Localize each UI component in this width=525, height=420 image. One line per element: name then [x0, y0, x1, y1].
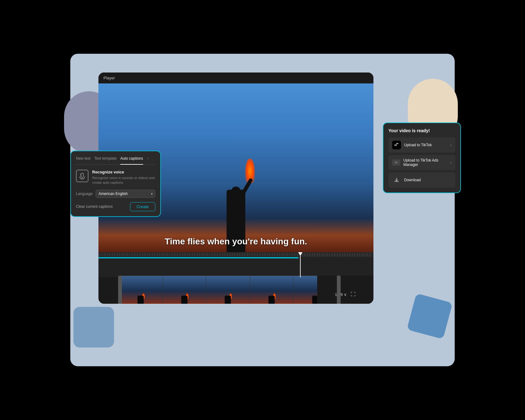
tiktok-icon — [392, 141, 401, 149]
timeline-ruler — [98, 252, 373, 257]
upload-tiktok-ads-left: TT Upload to TikTok Ads Manager — [392, 158, 450, 167]
svg-line-3 — [80, 176, 81, 176]
thumb-person-4 — [268, 296, 275, 304]
thumbnails-strip — [119, 276, 338, 304]
strip-handle-right[interactable]: ⋮ — [337, 276, 341, 304]
tiktok-ads-icon: TT — [392, 159, 400, 166]
svg-line-2 — [80, 174, 81, 174]
upload-tiktok-option[interactable]: Upload to TikTok › — [388, 138, 455, 152]
timeline-progress — [98, 257, 298, 258]
app-container: Player Time flies when you're having fun… — [70, 54, 455, 366]
ready-title: Your video is ready! — [388, 128, 455, 133]
svg-rect-0 — [81, 173, 83, 178]
tab-new-text[interactable]: New text — [76, 156, 91, 162]
bg-decoration-blue — [73, 307, 114, 348]
thumb-person-2 — [181, 296, 188, 304]
language-select-wrapper[interactable]: American English British English Spanish… — [96, 190, 155, 198]
tab-collapse-icon[interactable]: « — [147, 156, 149, 162]
thumbnail-4 — [250, 276, 294, 304]
thumbnail-1 — [119, 276, 163, 304]
tiktok-ads-chevron-icon: › — [450, 160, 452, 165]
thumbnail-2 — [163, 276, 207, 304]
player-title: Player — [103, 76, 115, 80]
language-label: Language — [76, 192, 92, 196]
timeline-area[interactable] — [98, 252, 373, 277]
thumb-person-1 — [138, 296, 144, 304]
recognize-description: Recognize voice in sounds or videos and … — [92, 176, 155, 185]
fullscreen-button[interactable]: ⛶ — [351, 292, 356, 297]
upload-tiktok-ads-option[interactable]: TT Upload to TikTok Ads Manager › — [388, 155, 455, 170]
timeline-ticks — [100, 253, 372, 256]
controls-bar: 16:9 ∨ ⛶ — [317, 276, 373, 304]
upload-tiktok-label: Upload to TikTok — [404, 143, 432, 147]
player-titlebar: Player — [98, 72, 373, 83]
create-button[interactable]: Create — [130, 202, 155, 211]
download-label: Download — [404, 178, 421, 182]
thumb-person-3 — [225, 296, 231, 304]
clear-captions-button[interactable]: Clear current captions — [76, 204, 112, 209]
panel-actions: Clear current captions Create — [76, 202, 155, 211]
tiktok-chevron-icon: › — [450, 142, 452, 148]
bg-decoration-blue2 — [407, 293, 453, 339]
recognize-text: Recognize voice Recognize voice in sound… — [92, 170, 155, 185]
recognize-voice-icon — [76, 170, 88, 182]
language-select[interactable]: American English British English Spanish… — [96, 190, 155, 198]
tiktok-ads-icon-text: TT — [395, 161, 398, 164]
playhead-triangle — [298, 252, 302, 256]
timeline-playhead[interactable] — [298, 252, 302, 277]
upload-tiktok-left: Upload to TikTok — [392, 141, 432, 149]
recognize-section: Recognize voice Recognize voice in sound… — [76, 170, 155, 185]
fullscreen-icon: ⛶ — [351, 292, 356, 297]
tab-text-template[interactable]: Text template — [94, 156, 117, 162]
captions-panel: New text Text template Auto captions « R… — [70, 151, 161, 217]
video-caption: Time flies when you're having fun. — [98, 234, 373, 249]
recognize-title: Recognize voice — [92, 170, 155, 174]
ready-panel: Your video is ready! Upload to TikTok › … — [383, 122, 461, 193]
upload-tiktok-ads-label: Upload to TikTok Ads Manager — [403, 158, 450, 167]
playhead-line — [300, 256, 301, 277]
download-icon — [392, 176, 401, 184]
download-option[interactable]: Download — [388, 172, 455, 188]
strip-handle-left[interactable]: ⋮ — [118, 276, 122, 304]
tab-auto-captions[interactable]: Auto captions — [120, 156, 143, 165]
language-row: Language American English British Englis… — [76, 190, 155, 198]
panel-tabs: New text Text template Auto captions « — [76, 156, 155, 165]
thumbnail-3 — [206, 276, 250, 304]
